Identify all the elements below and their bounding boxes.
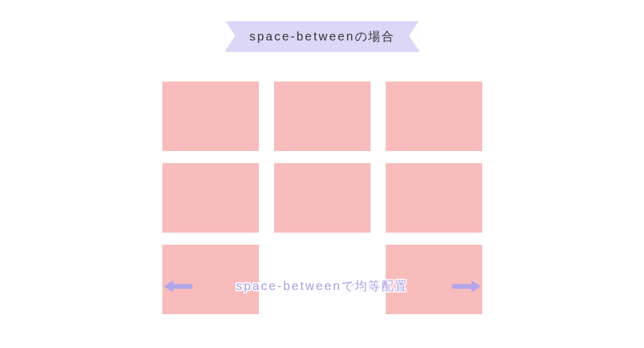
grid-box: [274, 82, 371, 151]
annotation-row: space-betweenで均等配置: [162, 278, 482, 294]
annotation-suffix: で均等配置: [342, 279, 408, 292]
title-ribbon: space-betweenの場合: [225, 21, 419, 52]
grid-box: [162, 82, 259, 151]
grid-box: [386, 163, 482, 233]
ribbon-code: space-between: [249, 30, 355, 43]
arrow-left-icon: [162, 279, 193, 294]
arrow-right-icon: [452, 279, 482, 294]
ribbon-suffix: の場合: [355, 30, 395, 43]
grid-box: [274, 163, 371, 233]
annotation-label: space-betweenで均等配置: [236, 278, 408, 294]
grid-box: [386, 82, 482, 151]
grid-box: [162, 163, 259, 233]
annotation-code: space-between: [236, 279, 342, 292]
